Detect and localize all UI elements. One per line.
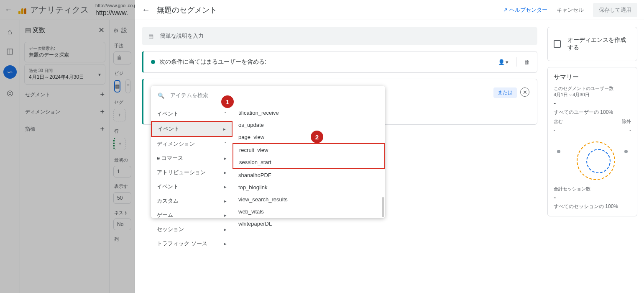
left-rail: ⌂ ◫ ∽ ◎ xyxy=(0,20,20,293)
help-center-label: ヘルプセンター xyxy=(509,6,547,14)
builder-topbar: ← 無題のセグメント ↗ヘルプセンター キャンセル 保存して適用 xyxy=(135,0,644,20)
cols-label: 列 xyxy=(112,231,133,244)
close-icon[interactable]: ✕ xyxy=(98,26,105,35)
dimensions-label: ディメンション xyxy=(25,108,60,116)
first-row-label: 最初の xyxy=(112,152,133,165)
builder-side: オーディエンスを作成する サマリー このセグメントのユーザー数 4月1日～4月3… xyxy=(547,27,637,216)
property-url[interactable]: http://www.gpol.co.jp http://www. xyxy=(95,3,138,16)
segments-label: セグメント xyxy=(25,91,50,98)
nest-value[interactable]: No xyxy=(113,218,131,230)
event-item[interactable]: top_bloglink xyxy=(233,181,385,193)
annotation-badge-1: 1 xyxy=(221,95,234,108)
search-icon: 🔍 xyxy=(158,93,164,99)
picker-search[interactable]: 🔍 アイテムを検索 xyxy=(151,86,385,105)
category-game[interactable]: ゲーム▸ xyxy=(151,208,233,222)
builder-title[interactable]: 無題のセグメント xyxy=(157,5,217,15)
category-event-sub[interactable]: イベント▸ xyxy=(151,180,233,194)
segment-builder: ← 無題のセグメント ↗ヘルプセンター キャンセル 保存して適用 ▤ 簡単な説明… xyxy=(135,0,644,293)
checkbox-empty-icon[interactable] xyxy=(554,40,561,48)
event-item[interactable]: recruit_view xyxy=(233,143,385,156)
summary-include-value: - xyxy=(554,127,555,132)
home-icon[interactable]: ⌂ xyxy=(5,27,15,37)
settings-panel: ⚙設 手法 自 ビジ ▦ ≡ セグ + 行 + 最初の 1 表示す 50 ネスト… xyxy=(110,20,135,293)
show-rows-value[interactable]: 50 xyxy=(113,192,131,204)
add-metric-icon[interactable]: + xyxy=(100,125,105,134)
vis-other-icon[interactable]: ≡ xyxy=(125,79,130,93)
create-audience-card[interactable]: オーディエンスを作成する xyxy=(547,27,637,61)
event-item[interactable]: view_search_results xyxy=(233,193,385,206)
variables-header: ▤ 変数 ✕ xyxy=(20,20,110,40)
or-button[interactable]: または xyxy=(493,87,517,98)
category-ecommerce[interactable]: e コマース▸ xyxy=(151,151,233,165)
scrollbar-thumb[interactable] xyxy=(382,197,384,217)
summary-sessions-label: 合計セッション数 xyxy=(554,186,631,192)
date-range-box[interactable]: 過去 30 日間 4月1日～2024年4月30日 ▾ xyxy=(24,64,105,85)
chevron-right-icon: ▸ xyxy=(223,126,226,132)
method-chip[interactable]: 自 xyxy=(113,51,131,64)
description-placeholder: 簡単な説明を入力 xyxy=(160,32,204,40)
exploration-name-label: データ探索名: xyxy=(29,46,101,51)
show-rows-label: 表示す xyxy=(112,178,133,191)
property-url-small: http://www.gpol.co.jp xyxy=(95,3,138,8)
vis-table-icon[interactable]: ▦ xyxy=(114,80,120,93)
event-item[interactable]: tification_receive xyxy=(233,107,385,119)
category-label: トラフィック ソース xyxy=(157,240,207,247)
exploration-name-box[interactable]: データ探索名: 無題のデータ探索 xyxy=(24,42,105,62)
remove-condition-icon[interactable]: ✕ xyxy=(520,87,529,97)
summary-venn xyxy=(554,137,631,183)
cancel-button[interactable]: キャンセル xyxy=(552,4,588,16)
dimensions-section: ディメンション + xyxy=(20,103,110,121)
venn-point-right xyxy=(624,150,628,153)
chevron-right-icon: ▸ xyxy=(224,156,227,161)
chevron-right-icon: ▸ xyxy=(224,213,227,218)
category-event-collapsed[interactable]: イベント˄ xyxy=(151,107,233,121)
add-dimension-icon[interactable]: + xyxy=(100,108,105,116)
event-item[interactable]: os_update xyxy=(233,119,385,131)
event-item[interactable]: shanaihoPDF xyxy=(233,169,385,181)
category-label: イベント xyxy=(158,125,179,133)
chevron-right-icon: ▸ xyxy=(224,241,227,247)
settings-label: 設 xyxy=(121,27,127,34)
builder-back-icon[interactable]: ← xyxy=(142,5,150,15)
category-label: カスタム xyxy=(157,197,179,205)
rows-label: 行 xyxy=(112,123,133,136)
date-range-value: 4月1日～2024年4月30日 xyxy=(29,74,84,81)
help-center-link[interactable]: ↗ヘルプセンター xyxy=(503,6,547,14)
summary-all-users: すべてのユーザーの 100% xyxy=(554,109,631,116)
add-segment-icon[interactable]: + xyxy=(100,90,105,99)
category-event-highlight[interactable]: イベント▸ xyxy=(151,121,233,137)
category-session[interactable]: セッション▸ xyxy=(151,222,233,236)
category-custom[interactable]: カスタム▸ xyxy=(151,194,233,208)
scope-selector[interactable]: 👤▾ xyxy=(498,59,509,65)
app-title: アナリティクス xyxy=(30,4,89,15)
category-traffic-source[interactable]: トラフィック ソース▸ xyxy=(151,236,233,251)
summary-exclude-value: - xyxy=(629,127,631,132)
add-row-chip[interactable]: + xyxy=(113,138,126,150)
category-label: ディメンション xyxy=(157,140,195,148)
gear-icon: ⚙ xyxy=(113,27,119,34)
chevron-right-icon: ▸ xyxy=(224,198,227,204)
back-arrow-icon[interactable]: ← xyxy=(3,5,13,14)
chevron-right-icon: ▸ xyxy=(224,227,227,232)
metrics-label: 指標 xyxy=(25,126,35,133)
picker-search-placeholder: アイテムを検索 xyxy=(170,92,208,99)
event-item[interactable]: web_vitals xyxy=(233,206,385,218)
category-attribution[interactable]: アトリビューション▸ xyxy=(151,165,233,180)
add-seg-chip[interactable]: + xyxy=(113,109,126,121)
category-dimension[interactable]: ディメンション˄ xyxy=(151,137,233,151)
annotation-badge-2: 2 xyxy=(311,131,323,143)
event-item[interactable]: whitepaperDL xyxy=(233,218,385,230)
explore-icon[interactable]: ∽ xyxy=(3,65,17,79)
delete-icon[interactable]: 🗑 xyxy=(524,59,529,65)
event-item-highlight[interactable]: session_start xyxy=(233,156,385,169)
first-row-value[interactable]: 1 xyxy=(113,166,131,177)
event-item[interactable]: page_view xyxy=(233,131,385,143)
summary-card: サマリー このセグメントのユーザー数 4月1日～4月30日 - すべてのユーザー… xyxy=(547,67,637,216)
venn-inner-circle xyxy=(586,149,611,173)
category-label: セッション xyxy=(157,226,184,233)
advertising-icon[interactable]: ◎ xyxy=(5,88,15,98)
description-bar[interactable]: ▤ 簡単な説明を入力 xyxy=(142,27,537,45)
save-apply-button[interactable]: 保存して適用 xyxy=(593,3,637,17)
create-audience-label: オーディエンスを作成する xyxy=(567,36,631,51)
reports-icon[interactable]: ◫ xyxy=(5,46,15,56)
